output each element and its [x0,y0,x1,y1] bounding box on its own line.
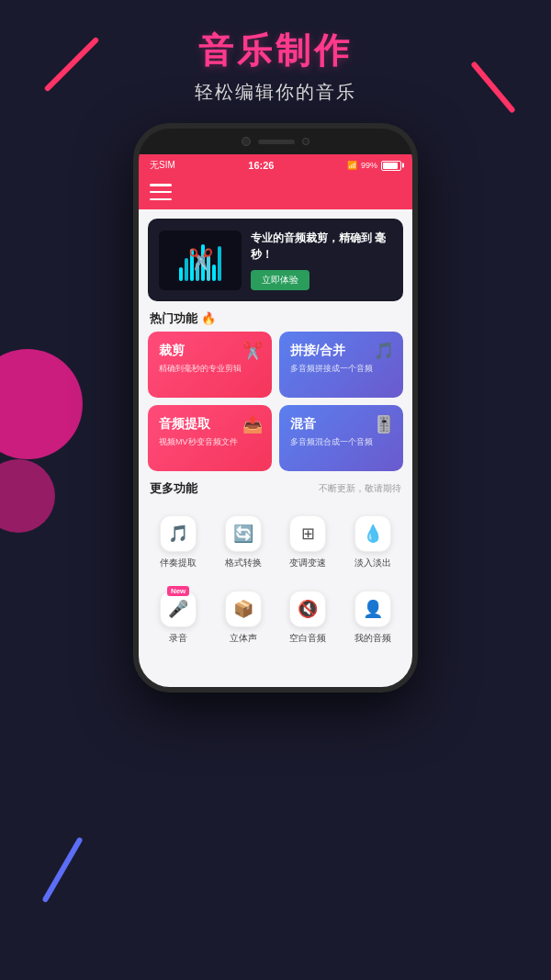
fade-label: 淡入淡出 [354,557,391,569]
more-section-subtitle: 不断更新，敬请期待 [319,482,401,495]
more-item-stereo[interactable]: 📦 立体声 [213,581,274,652]
extract-icon: 📤 [242,414,263,434]
blank-label: 空白音频 [289,632,326,645]
phone-wrapper: 无SIM 16:26 📶 99% [133,123,418,693]
bg-circle-2 [0,459,55,533]
scissors-icon: ✂️ [188,248,213,272]
bg-line-red2 [470,61,516,113]
battery-icon [381,161,401,171]
phone-screen: ✂️ 专业的音频裁剪，精确到 毫秒！ 立即体验 热门功能 🔥 裁剪 精确到毫秒的… [139,209,412,687]
blank-icon: 🔇 [289,591,326,627]
more-item-format[interactable]: 🔄 格式转换 [213,506,274,577]
accompany-icon: 🎵 [160,515,197,552]
new-badge: New [167,586,189,596]
page-title: 音乐制作 [195,28,356,74]
status-icons: 📶 99% [347,161,401,171]
menu-button[interactable] [150,184,172,200]
battery-pct: 99% [361,161,377,170]
signal-icon: 📶 [347,161,357,170]
banner-visual: ✂️ [159,231,242,290]
hot-section-title: 热门功能 🔥 [150,310,216,327]
hot-features-grid: 裁剪 精确到毫秒的专业剪辑 ✂️ 拼接/合并 多音频拼接成一个音频 🎵 音频提取… [139,332,412,471]
more-item-fade[interactable]: 💧 淡入淡出 [343,506,403,577]
hot-card-merge-desc: 多音频拼接成一个音频 [290,363,392,375]
hot-card-mix[interactable]: 混音 多音频混合成一个音频 🎚️ [279,405,403,471]
battery-fill [383,163,398,169]
more-item-blank[interactable]: 🔇 空白音频 [278,581,339,652]
more-item-accompany[interactable]: 🎵 伴奏提取 [148,506,208,577]
menu-line-2 [150,191,172,194]
my-audio-label: 我的音频 [354,632,391,645]
more-section-title: 更多功能 [150,480,197,497]
more-item-record[interactable]: New 🎤 录音 [148,581,208,652]
record-icon: 🎤 [160,591,197,627]
pitch-label: 变调变速 [289,557,326,569]
my-audio-icon: 👤 [354,591,391,627]
fade-icon: 💧 [354,515,391,552]
front-camera [242,137,251,146]
banner[interactable]: ✂️ 专业的音频裁剪，精确到 毫秒！ 立即体验 [148,219,403,301]
hot-card-extract-desc: 视频MV秒变音频文件 [159,436,261,448]
pitch-icon: ⊞ [289,515,326,552]
menu-line-1 [150,184,172,186]
phone-speaker [258,140,295,144]
banner-cta-button[interactable]: 立即体验 [251,270,309,290]
top-area: 音乐制作 轻松编辑你的音乐 [195,0,356,105]
more-section-header: 更多功能 不断更新，敬请期待 [139,471,412,501]
status-bar: 无SIM 16:26 📶 99% [139,154,412,176]
app-header [139,176,412,209]
menu-line-3 [150,198,172,201]
bg-line-red [44,37,100,93]
accompany-label: 伴奏提取 [160,557,197,569]
phone-top-bar [139,129,412,154]
bg-circle-1 [0,349,83,459]
phone-frame: 无SIM 16:26 📶 99% [133,123,418,693]
format-label: 格式转换 [225,557,262,569]
banner-title: 专业的音频裁剪，精确到 毫秒！ [251,230,392,263]
hot-card-trim-desc: 精确到毫秒的专业剪辑 [159,363,261,375]
more-features-grid: 🎵 伴奏提取 🔄 格式转换 ⊞ 变调变速 💧 淡入淡出 New [139,501,412,661]
more-item-pitch[interactable]: ⊞ 变调变速 [278,506,339,577]
merge-icon: 🎵 [374,341,394,361]
trim-icon: ✂️ [242,341,263,361]
time-display: 16:26 [248,160,274,171]
more-item-my-audio[interactable]: 👤 我的音频 [343,581,403,652]
hot-card-merge[interactable]: 拼接/合并 多音频拼接成一个音频 🎵 [279,332,403,398]
record-label: 录音 [169,632,187,645]
hot-section-header: 热门功能 🔥 [139,301,412,332]
banner-text: 专业的音频裁剪，精确到 毫秒！ 立即体验 [251,230,392,290]
bg-line-blue [41,837,83,903]
sensor [302,138,309,145]
hot-card-trim[interactable]: 裁剪 精确到毫秒的专业剪辑 ✂️ [148,332,272,398]
stereo-label: 立体声 [230,632,257,645]
hot-card-mix-desc: 多音频混合成一个音频 [290,436,392,448]
carrier-text: 无SIM [150,159,175,172]
mix-icon: 🎚️ [374,414,394,434]
hot-card-extract[interactable]: 音频提取 视频MV秒变音频文件 📤 [148,405,272,471]
format-icon: 🔄 [225,515,262,552]
stereo-icon: 📦 [225,591,262,627]
page-subtitle: 轻松编辑你的音乐 [195,80,356,105]
